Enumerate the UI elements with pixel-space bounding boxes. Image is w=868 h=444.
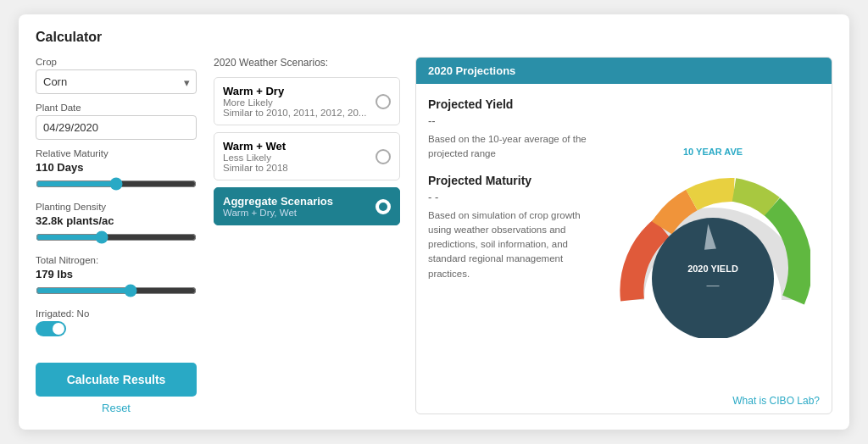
gauge-label: 10 YEAR AVE bbox=[683, 147, 743, 157]
gauge-container: 10 YEAR AVE bbox=[615, 147, 810, 333]
total-nitrogen-value: 179 lbs bbox=[36, 268, 197, 280]
svg-text:—: — bbox=[707, 277, 720, 291]
maturity-title: Projected Maturity bbox=[428, 174, 598, 187]
scenario-aggregate-radio bbox=[376, 199, 391, 214]
toggle-knob bbox=[53, 323, 64, 335]
crop-label: Crop bbox=[36, 57, 197, 67]
gauge-svg: 2020 YIELD — bbox=[615, 160, 810, 338]
plant-date-field: Plant Date bbox=[36, 103, 197, 140]
total-nitrogen-slider[interactable] bbox=[36, 284, 197, 297]
main-row: Crop Corn Soybeans Wheat Plant Date Rela… bbox=[36, 57, 832, 414]
proj-text-col: Projected Yield -- Based on the 10-year … bbox=[428, 97, 598, 381]
projections-panel: 2020 Projections Projected Yield -- Base… bbox=[415, 57, 832, 414]
irrigated-label: Irrigated: No bbox=[36, 308, 197, 319]
scenario-warm-wet-name: Warm + Wet bbox=[223, 140, 376, 153]
irrigated-field: Irrigated: No bbox=[36, 308, 197, 336]
scenarios-title: 2020 Weather Scenarios: bbox=[214, 57, 400, 69]
total-nitrogen-label: Total Nitrogen: bbox=[36, 255, 197, 265]
svg-text:2020 YIELD: 2020 YIELD bbox=[687, 264, 738, 274]
inputs-col: Crop Corn Soybeans Wheat Plant Date Rela… bbox=[36, 57, 197, 414]
scenario-warm-dry-likelihood: More Likely bbox=[223, 97, 376, 108]
scenario-warm-wet-text: Warm + Wet Less Likely Similar to 2018 bbox=[223, 140, 376, 173]
reset-button[interactable]: Reset bbox=[36, 402, 197, 414]
scenario-warm-dry-similar: Similar to 2010, 2011, 2012, 20... bbox=[223, 108, 376, 118]
irrigated-toggle-row bbox=[36, 321, 197, 336]
gauge-col: 10 YEAR AVE bbox=[606, 97, 820, 381]
scenario-aggregate-name: Aggregate Scenarios bbox=[223, 195, 376, 208]
yield-title: Projected Yield bbox=[428, 97, 598, 111]
total-nitrogen-field: Total Nitrogen: 179 lbs bbox=[36, 255, 197, 300]
scenario-warm-wet-likelihood: Less Likely bbox=[223, 153, 376, 163]
projections-body: Projected Yield -- Based on the 10-year … bbox=[416, 84, 832, 390]
relative-maturity-field: Relative Maturity 110 Days bbox=[36, 148, 197, 193]
scenario-warm-wet-similar: Similar to 2018 bbox=[223, 163, 376, 173]
relative-maturity-label: Relative Maturity bbox=[36, 148, 197, 158]
scenario-card-warm-wet[interactable]: Warm + Wet Less Likely Similar to 2018 bbox=[214, 132, 400, 180]
maturity-desc: Based on simulation of crop growth using… bbox=[428, 208, 598, 281]
crop-select[interactable]: Corn Soybeans Wheat bbox=[36, 69, 197, 94]
what-is-cibo-link[interactable]: What is CIBO Lab? bbox=[416, 390, 832, 413]
app-title: Calculator bbox=[36, 30, 832, 45]
relative-maturity-slider[interactable] bbox=[36, 177, 197, 191]
inputs-bottom: Calculate Results Reset bbox=[36, 363, 197, 414]
yield-value: -- bbox=[428, 114, 598, 127]
scenario-warm-dry-text: Warm + Dry More Likely Similar to 2010, … bbox=[223, 85, 376, 118]
scenario-warm-dry-radio bbox=[376, 94, 391, 109]
plant-date-label: Plant Date bbox=[36, 103, 197, 113]
planting-density-slider[interactable] bbox=[36, 230, 197, 244]
maturity-value: - - bbox=[428, 191, 598, 203]
app-container: Calculator Crop Corn Soybeans Wheat bbox=[19, 14, 849, 430]
scenario-aggregate-text: Aggregate Scenarios Warm + Dry, Wet bbox=[223, 195, 376, 218]
plant-date-input[interactable] bbox=[36, 115, 197, 140]
relative-maturity-value: 110 Days bbox=[36, 161, 197, 174]
calc-panel: Crop Corn Soybeans Wheat Plant Date Rela… bbox=[36, 57, 400, 414]
planting-density-value: 32.8k plants/ac bbox=[36, 214, 197, 227]
scenario-aggregate-similar: Warm + Dry, Wet bbox=[223, 208, 376, 218]
scenarios-col: 2020 Weather Scenarios: Warm + Dry More … bbox=[214, 57, 400, 414]
planting-density-label: Planting Density bbox=[36, 202, 197, 212]
irrigated-toggle[interactable] bbox=[36, 321, 66, 336]
scenario-card-aggregate[interactable]: Aggregate Scenarios Warm + Dry, Wet bbox=[214, 187, 400, 225]
projections-header: 2020 Projections bbox=[416, 58, 832, 84]
scenario-warm-wet-radio bbox=[376, 149, 391, 164]
scenario-card-warm-dry[interactable]: Warm + Dry More Likely Similar to 2010, … bbox=[214, 77, 400, 125]
crop-field: Crop Corn Soybeans Wheat bbox=[36, 57, 197, 94]
crop-select-wrapper: Corn Soybeans Wheat bbox=[36, 69, 197, 94]
yield-desc: Based on the 10-year average of the proj… bbox=[428, 132, 598, 162]
planting-density-field: Planting Density 32.8k plants/ac bbox=[36, 202, 197, 247]
calculate-button[interactable]: Calculate Results bbox=[36, 363, 197, 397]
scenario-warm-dry-name: Warm + Dry bbox=[223, 85, 376, 97]
